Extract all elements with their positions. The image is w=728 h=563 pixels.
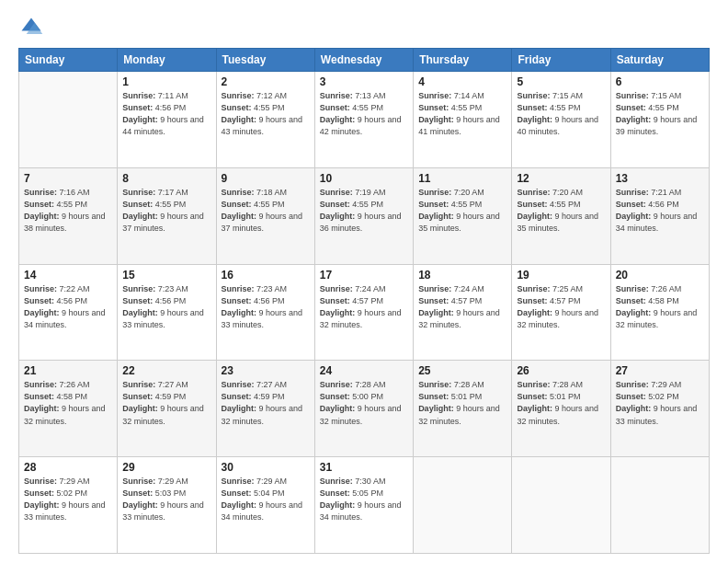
day-number: 3 [320,75,408,88]
col-header-sunday: Sunday [19,49,118,72]
day-number: 14 [24,269,112,282]
day-info: Sunrise: 7:26 AMSunset: 4:58 PMDaylight:… [616,283,704,331]
day-info: Sunrise: 7:27 AMSunset: 4:59 PMDaylight:… [222,379,310,427]
day-info: Sunrise: 7:13 AMSunset: 4:55 PMDaylight:… [320,90,408,138]
day-number: 29 [122,461,210,474]
calendar-cell: 2Sunrise: 7:12 AMSunset: 4:55 PMDaylight… [216,72,314,168]
day-info: Sunrise: 7:28 AMSunset: 5:00 PMDaylight:… [320,379,408,427]
col-header-thursday: Thursday [414,49,512,72]
calendar-cell [414,457,512,554]
day-number: 5 [517,75,605,88]
day-info: Sunrise: 7:20 AMSunset: 4:55 PMDaylight:… [517,187,605,235]
day-info: Sunrise: 7:28 AMSunset: 5:01 PMDaylight:… [517,379,605,427]
day-info: Sunrise: 7:12 AMSunset: 4:55 PMDaylight:… [222,90,310,138]
calendar-cell: 31Sunrise: 7:30 AMSunset: 5:05 PMDayligh… [314,457,413,554]
day-number: 11 [418,172,506,185]
day-info: Sunrise: 7:14 AMSunset: 4:55 PMDaylight:… [418,90,506,138]
calendar-cell: 3Sunrise: 7:13 AMSunset: 4:55 PMDaylight… [314,72,413,168]
day-info: Sunrise: 7:15 AMSunset: 4:55 PMDaylight:… [616,90,704,138]
col-header-wednesday: Wednesday [314,49,413,72]
calendar-cell: 17Sunrise: 7:24 AMSunset: 4:57 PMDayligh… [314,264,413,361]
calendar-cell: 13Sunrise: 7:21 AMSunset: 4:56 PMDayligh… [610,167,709,264]
day-info: Sunrise: 7:29 AMSunset: 5:03 PMDaylight:… [122,476,210,523]
calendar-cell: 28Sunrise: 7:29 AMSunset: 5:02 PMDayligh… [19,457,118,554]
day-info: Sunrise: 7:25 AMSunset: 4:57 PMDaylight:… [517,283,605,331]
calendar-cell: 9Sunrise: 7:18 AMSunset: 4:55 PMDaylight… [216,167,314,264]
logo [18,15,48,40]
day-number: 22 [122,364,210,377]
col-header-friday: Friday [512,49,610,72]
calendar-cell: 22Sunrise: 7:27 AMSunset: 4:59 PMDayligh… [118,361,216,457]
day-number: 28 [24,461,112,474]
calendar-cell: 11Sunrise: 7:20 AMSunset: 4:55 PMDayligh… [414,167,512,264]
day-number: 13 [616,172,704,185]
day-number: 20 [616,269,704,282]
calendar-cell [512,457,610,554]
day-info: Sunrise: 7:29 AMSunset: 5:02 PMDaylight:… [616,379,704,427]
calendar-cell: 25Sunrise: 7:28 AMSunset: 5:01 PMDayligh… [414,361,512,457]
day-number: 23 [222,364,310,377]
day-number: 19 [517,269,605,282]
day-number: 1 [122,75,210,88]
day-info: Sunrise: 7:17 AMSunset: 4:55 PMDaylight:… [122,187,210,235]
day-info: Sunrise: 7:11 AMSunset: 4:56 PMDaylight:… [122,90,210,138]
calendar-cell [19,72,118,168]
calendar-cell [610,457,709,554]
day-number: 17 [320,269,408,282]
day-number: 4 [418,75,506,88]
calendar-cell: 14Sunrise: 7:22 AMSunset: 4:56 PMDayligh… [19,264,118,361]
day-info: Sunrise: 7:26 AMSunset: 4:58 PMDaylight:… [24,379,112,427]
day-info: Sunrise: 7:16 AMSunset: 4:55 PMDaylight:… [24,187,112,235]
day-number: 18 [418,269,506,282]
day-number: 2 [222,75,310,88]
day-number: 15 [122,269,210,282]
calendar-cell: 21Sunrise: 7:26 AMSunset: 4:58 PMDayligh… [19,361,118,457]
calendar-cell: 23Sunrise: 7:27 AMSunset: 4:59 PMDayligh… [216,361,314,457]
logo-icon [18,15,44,40]
day-number: 6 [616,75,704,88]
calendar-cell: 29Sunrise: 7:29 AMSunset: 5:03 PMDayligh… [118,457,216,554]
calendar-cell: 8Sunrise: 7:17 AMSunset: 4:55 PMDaylight… [118,167,216,264]
col-header-saturday: Saturday [610,49,709,72]
calendar-cell: 12Sunrise: 7:20 AMSunset: 4:55 PMDayligh… [512,167,610,264]
day-number: 16 [222,269,310,282]
day-number: 25 [418,364,506,377]
calendar-cell: 10Sunrise: 7:19 AMSunset: 4:55 PMDayligh… [314,167,413,264]
header [18,15,710,40]
day-info: Sunrise: 7:20 AMSunset: 4:55 PMDaylight:… [418,187,506,235]
day-info: Sunrise: 7:19 AMSunset: 4:55 PMDaylight:… [320,187,408,235]
calendar-cell: 20Sunrise: 7:26 AMSunset: 4:58 PMDayligh… [610,264,709,361]
day-number: 26 [517,364,605,377]
day-number: 12 [517,172,605,185]
day-info: Sunrise: 7:24 AMSunset: 4:57 PMDaylight:… [418,283,506,331]
day-info: Sunrise: 7:29 AMSunset: 5:02 PMDaylight:… [24,476,112,523]
day-number: 27 [616,364,704,377]
calendar-cell: 4Sunrise: 7:14 AMSunset: 4:55 PMDaylight… [414,72,512,168]
col-header-tuesday: Tuesday [216,49,314,72]
day-info: Sunrise: 7:29 AMSunset: 5:04 PMDaylight:… [222,476,310,523]
calendar-cell: 30Sunrise: 7:29 AMSunset: 5:04 PMDayligh… [216,457,314,554]
calendar-cell: 6Sunrise: 7:15 AMSunset: 4:55 PMDaylight… [610,72,709,168]
day-number: 7 [24,172,112,185]
day-info: Sunrise: 7:21 AMSunset: 4:56 PMDaylight:… [616,187,704,235]
calendar-cell: 7Sunrise: 7:16 AMSunset: 4:55 PMDaylight… [19,167,118,264]
day-number: 31 [320,461,408,474]
calendar-cell: 27Sunrise: 7:29 AMSunset: 5:02 PMDayligh… [610,361,709,457]
calendar-cell: 15Sunrise: 7:23 AMSunset: 4:56 PMDayligh… [118,264,216,361]
day-info: Sunrise: 7:28 AMSunset: 5:01 PMDaylight:… [418,379,506,427]
day-info: Sunrise: 7:18 AMSunset: 4:55 PMDaylight:… [222,187,310,235]
day-number: 10 [320,172,408,185]
calendar-cell: 1Sunrise: 7:11 AMSunset: 4:56 PMDaylight… [118,72,216,168]
day-number: 24 [320,364,408,377]
calendar-cell: 24Sunrise: 7:28 AMSunset: 5:00 PMDayligh… [314,361,413,457]
calendar-cell: 18Sunrise: 7:24 AMSunset: 4:57 PMDayligh… [414,264,512,361]
day-info: Sunrise: 7:24 AMSunset: 4:57 PMDaylight:… [320,283,408,331]
calendar-cell: 19Sunrise: 7:25 AMSunset: 4:57 PMDayligh… [512,264,610,361]
page: SundayMondayTuesdayWednesdayThursdayFrid… [0,0,728,563]
calendar-cell: 5Sunrise: 7:15 AMSunset: 4:55 PMDaylight… [512,72,610,168]
day-info: Sunrise: 7:27 AMSunset: 4:59 PMDaylight:… [122,379,210,427]
day-number: 30 [222,461,310,474]
day-number: 9 [222,172,310,185]
day-info: Sunrise: 7:15 AMSunset: 4:55 PMDaylight:… [517,90,605,138]
col-header-monday: Monday [118,49,216,72]
